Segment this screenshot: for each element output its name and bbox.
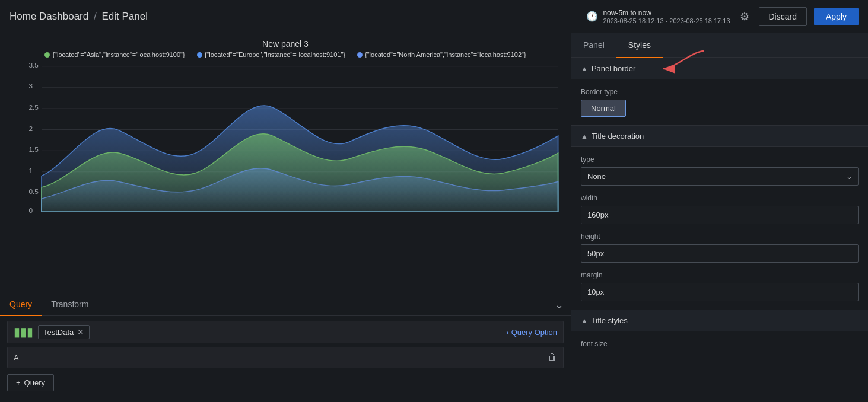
font-size-row: font size (581, 340, 859, 348)
datasource-close-icon[interactable]: ✕ (77, 327, 84, 337)
main-layout: New panel 3 {"located"="Asia","instance"… (0, 33, 868, 402)
apply-button[interactable]: Apply (814, 8, 859, 25)
tab-panel[interactable]: Panel (571, 33, 616, 58)
clock-icon: 🕐 (586, 11, 598, 22)
arrow-annotation-container (663, 33, 868, 57)
add-query-label: Query (24, 378, 45, 387)
legend-dot-asia (44, 52, 50, 58)
add-query-row: + Query (0, 368, 571, 397)
legend-item-asia: {"located"="Asia","instance"="localhost:… (44, 51, 185, 58)
svg-text:2.5: 2.5 (28, 104, 39, 110)
tab-query[interactable]: Query (0, 293, 42, 316)
font-size-label: font size (581, 340, 859, 348)
svg-text:0.5: 0.5 (28, 189, 39, 195)
title-decoration-section-body: type None Gradient Solid ⌄ width height (571, 147, 868, 310)
panel-border-section-body: Border type Normal (571, 79, 868, 126)
svg-text:1: 1 (28, 167, 33, 174)
svg-text:0: 0 (28, 208, 33, 214)
breadcrumb: Home Dashboard / Edit Panel (9, 11, 148, 23)
svg-text:08–25 18:13:00: 08–25 18:13:00 (128, 215, 173, 216)
chart-title: New panel 3 (9, 39, 561, 49)
chevron-up-icon-3: ▲ (581, 317, 588, 325)
legend-label-na: {"located"="North America","instance"="l… (365, 51, 526, 58)
right-tab-bar: Panel Styles (571, 33, 868, 58)
svg-text:3.5: 3.5 (28, 62, 39, 68)
time-info: now-5m to now 2023-08-25 18:12:13 - 2023… (603, 9, 730, 24)
legend-dot-na (357, 52, 363, 58)
title-decoration-label: Title decoration (592, 132, 644, 141)
datasource-icon: ▮▮▮ (14, 325, 33, 339)
border-type-normal-button[interactable]: Normal (581, 100, 626, 117)
width-input[interactable] (581, 206, 859, 224)
query-transform-tabbar: Query Transform ⌄ (0, 293, 571, 316)
type-label: type (581, 155, 859, 164)
add-query-button[interactable]: + Query (7, 374, 54, 391)
datasource-row: ▮▮▮ TestData ✕ › Query Option (7, 321, 564, 343)
svg-text:08–25 18:16:00: 08–25 18:16:00 (456, 215, 500, 216)
discard-button[interactable]: Discard (759, 7, 807, 26)
query-letter: A (14, 353, 19, 362)
breadcrumb-home[interactable]: Home Dashboard (9, 11, 88, 22)
query-section: ▮▮▮ TestData ✕ › Query Option A 🗑 (0, 316, 571, 402)
svg-text:2: 2 (28, 125, 33, 132)
chevron-up-icon: ▲ (581, 65, 588, 73)
type-row: type None Gradient Solid ⌄ (581, 155, 859, 186)
type-select[interactable]: None Gradient Solid (581, 167, 859, 186)
chart-area: New panel 3 {"located"="Asia","instance"… (0, 33, 571, 293)
height-row: height (581, 232, 859, 263)
margin-input[interactable] (581, 283, 859, 301)
svg-text:08–25 18:12:00: 08–25 18:12:00 (20, 215, 64, 216)
chevron-up-icon-2: ▲ (581, 132, 588, 141)
tab-styles[interactable]: Styles (616, 33, 663, 58)
legend-item-na: {"located"="North America","instance"="l… (357, 51, 526, 58)
title-decoration-section-header[interactable]: ▲ Title decoration (571, 126, 868, 147)
collapse-icon[interactable]: ⌄ (555, 298, 571, 311)
breadcrumb-page: Edit Panel (101, 11, 148, 22)
settings-button[interactable]: ⚙ (737, 8, 752, 25)
panel-border-label: Panel border (592, 64, 635, 73)
legend-label-asia: {"located"="Asia","instance"="localhost:… (52, 51, 185, 58)
query-option-link[interactable]: › Query Option (506, 328, 557, 337)
height-label: height (581, 232, 859, 241)
datasource-name: TestData (43, 328, 74, 337)
tab-transform[interactable]: Transform (42, 293, 98, 316)
query-expression-row: A 🗑 (7, 347, 564, 368)
border-type-label: Border type (581, 88, 859, 96)
breadcrumb-separator: / (94, 11, 97, 22)
title-styles-section-body: font size (571, 331, 868, 360)
delete-query-icon[interactable]: 🗑 (548, 352, 557, 363)
width-row: width (581, 194, 859, 224)
svg-text:1.5: 1.5 (28, 146, 39, 153)
chart-legend: {"located"="Asia","instance"="localhost:… (9, 51, 561, 58)
svg-text:3: 3 (28, 83, 33, 90)
topbar-right: 🕐 now-5m to now 2023-08-25 18:12:13 - 20… (586, 7, 859, 26)
topbar: Home Dashboard / Edit Panel 🕐 now-5m to … (0, 0, 868, 33)
margin-row: margin (581, 271, 859, 301)
right-panel: Panel Styles ▲ Panel border (571, 33, 868, 402)
time-range-selector[interactable]: 🕐 now-5m to now 2023-08-25 18:12:13 - 20… (586, 9, 730, 24)
margin-label: margin (581, 271, 859, 279)
chart-visualization: 3.5 3 2.5 2 1.5 1 0.5 0 (9, 62, 561, 216)
bottom-tabs: Query Transform ⌄ ▮▮▮ TestData ✕ › Query… (0, 293, 571, 402)
chevron-right-icon: › (506, 328, 508, 337)
legend-label-europe: {"located"="Europe","instance"="localhos… (205, 51, 345, 58)
legend-item-europe: {"located"="Europe","instance"="localhos… (197, 51, 345, 58)
border-type-row: Border type Normal (581, 88, 859, 117)
type-select-wrap: None Gradient Solid ⌄ (581, 167, 859, 186)
width-label: width (581, 194, 859, 202)
svg-text:08–25 18:15:00: 08–25 18:15:00 (346, 215, 391, 216)
height-input[interactable] (581, 244, 859, 263)
time-label: now-5m to now (603, 9, 730, 17)
legend-dot-europe (197, 52, 202, 58)
left-panel: New panel 3 {"located"="Asia","instance"… (0, 33, 571, 402)
svg-text:08–25 18:14:00: 08–25 18:14:00 (237, 215, 282, 216)
plus-icon: + (16, 378, 21, 387)
title-styles-label: Title styles (592, 316, 628, 325)
time-range-text: 2023-08-25 18:12:13 - 2023-08-25 18:17:1… (603, 17, 730, 24)
title-styles-section-header[interactable]: ▲ Title styles (571, 310, 868, 331)
query-option-label: Query Option (511, 328, 557, 337)
datasource-tag[interactable]: TestData ✕ (38, 325, 90, 339)
